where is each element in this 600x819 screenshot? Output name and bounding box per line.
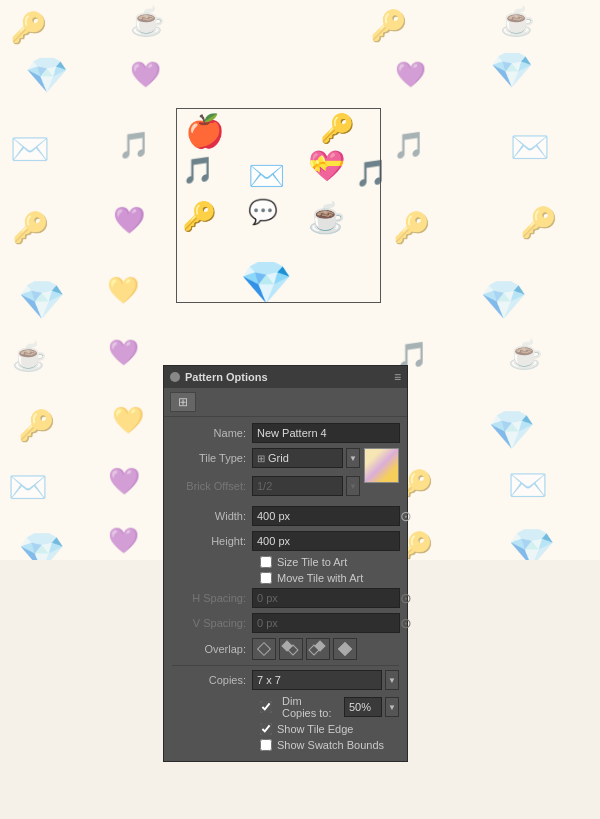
show-swatch-bounds-checkbox[interactable] (260, 739, 272, 751)
bg-icon: 💜 (108, 338, 139, 367)
dim-copies-label: Dim Copies to: (282, 695, 335, 719)
show-tile-edge-row: Show Tile Edge (172, 723, 399, 735)
tile-icon-apple: 🍎 (185, 112, 225, 150)
pattern-options-panel: Pattern Options ≡ ⊞ Name: Tile Type: ⊞ (163, 365, 408, 762)
height-row: Height: (172, 531, 399, 551)
tile-icon-cup: ☕ (308, 200, 345, 235)
tiletype-select-wrapper: ⊞ Grid ▼ (252, 448, 360, 468)
size-tile-row: Size Tile to Art (172, 556, 399, 568)
overlap-btn-4[interactable] (333, 638, 357, 660)
bg-icon: 💜 (395, 60, 426, 89)
bg-icon: 💎 (490, 50, 534, 91)
bg-icon: 💎 (18, 278, 65, 322)
tiletype-label: Tile Type: (172, 452, 252, 464)
tiletype-row: Tile Type: ⊞ Grid ▼ Brick Offset: 1/2 (172, 448, 399, 501)
hspacing-label: H Spacing: (172, 592, 252, 604)
bg-icon: ✉️ (508, 466, 548, 504)
bg-icon: ☕ (12, 340, 47, 373)
size-tile-checkbox[interactable] (260, 556, 272, 568)
name-label: Name: (172, 427, 252, 439)
bg-icon: 💜 (130, 60, 161, 89)
tile-icon-heart-wings: 💝 (308, 148, 345, 183)
tiletype-controls: Tile Type: ⊞ Grid ▼ Brick Offset: 1/2 (172, 448, 360, 501)
tile-icon-speech: 💬 (248, 198, 278, 226)
vspacing-input[interactable] (252, 613, 400, 633)
hspacing-adjust-icon: ⊙ (400, 590, 412, 606)
overlap-buttons-group (252, 638, 399, 660)
panel-menu-icon[interactable]: ≡ (394, 370, 401, 384)
bg-icon: ☕ (500, 5, 535, 38)
copies-value: 7 x 7 (257, 674, 281, 686)
tile-icon-key2: 🔑 (182, 200, 217, 233)
overlap-btn-1[interactable] (252, 638, 276, 660)
dim-copies-row: Dim Copies to: 50% ▼ (172, 695, 399, 719)
link-icon: ⊙ (400, 508, 412, 524)
dim-copies-value: 50% (349, 701, 371, 713)
panel-toolbar: ⊞ (164, 388, 407, 417)
overlap-btn-3[interactable] (306, 638, 330, 660)
copies-row: Copies: 7 x 7 ▼ (172, 670, 399, 690)
panel-titlebar: Pattern Options ≡ (164, 366, 407, 388)
panel-close-button[interactable] (170, 372, 180, 382)
copies-dropdown-arrow[interactable]: ▼ (385, 670, 399, 690)
bg-icon: ✉️ (510, 128, 550, 166)
tile-icon-note2: 🎵 (355, 158, 387, 189)
move-tile-checkbox[interactable] (260, 572, 272, 584)
width-input[interactable] (252, 506, 400, 526)
tiletype-display: ⊞ Grid (252, 448, 343, 468)
height-label: Height: (172, 535, 252, 547)
fit-icon: ⊞ (178, 395, 188, 409)
overlap-diamond-4 (338, 642, 352, 656)
dim-copies-checkbox[interactable] (260, 701, 272, 713)
vspacing-row: V Spacing: ⊙ (172, 613, 399, 633)
tiletype-dropdown-arrow[interactable]: ▼ (346, 448, 360, 468)
bg-icon: 💛 (112, 405, 144, 436)
bg-icon: 🔑 (10, 10, 47, 45)
brickoffset-display: 1/2 (252, 476, 343, 496)
hspacing-input[interactable] (252, 588, 400, 608)
bg-icon: 🔑 (12, 210, 49, 245)
bg-icon: 💜 (108, 526, 139, 555)
move-tile-label: Move Tile with Art (277, 572, 363, 584)
bg-icon: 💜 (113, 205, 145, 236)
titlebar-left: Pattern Options (170, 371, 268, 383)
overlap-icon-2 (283, 642, 299, 656)
overlap-row: Overlap: (172, 638, 399, 660)
show-tile-edge-label: Show Tile Edge (277, 723, 353, 735)
bg-icon: 🎵 (393, 130, 425, 161)
divider-1 (172, 665, 399, 666)
tile-icon-note: 🎵 (182, 155, 214, 186)
height-input[interactable] (252, 531, 400, 551)
brickoffset-label: Brick Offset: (172, 480, 252, 492)
bg-icon: 💎 (508, 526, 555, 560)
bg-icon: ☕ (508, 338, 543, 371)
brickoffset-dropdown-arrow[interactable]: ▼ (346, 476, 360, 496)
brickoffset-value: 1/2 (257, 480, 272, 492)
bg-icon: ✉️ (8, 468, 48, 506)
fit-to-window-button[interactable]: ⊞ (170, 392, 196, 412)
size-tile-label: Size Tile to Art (277, 556, 347, 568)
tile-icon-key: 🔑 (320, 112, 355, 145)
tiletype-value: Grid (268, 452, 289, 464)
tile-icon-diamond: 💎 (240, 258, 292, 307)
show-tile-edge-checkbox[interactable] (260, 723, 272, 735)
dim-copies-dropdown-arrow[interactable]: ▼ (385, 697, 399, 717)
overlap-icon-3 (310, 642, 326, 656)
show-swatch-bounds-row: Show Swatch Bounds (172, 739, 399, 751)
name-input[interactable] (252, 423, 400, 443)
show-swatch-bounds-label: Show Swatch Bounds (277, 739, 384, 751)
tiletype-select-row: Tile Type: ⊞ Grid ▼ (172, 448, 360, 468)
overlap-btn-2[interactable] (279, 638, 303, 660)
bg-icon: 🎵 (118, 130, 150, 161)
bg-icon: 🔑 (18, 408, 55, 443)
brickoffset-select-wrapper: 1/2 ▼ (252, 476, 360, 496)
bg-icon: 💎 (18, 530, 65, 560)
copies-select-wrapper: 7 x 7 ▼ (252, 670, 399, 690)
move-tile-row: Move Tile with Art (172, 572, 399, 584)
overlap-diamond-1 (257, 642, 271, 656)
name-row: Name: (172, 423, 399, 443)
width-row: Width: ⊙ (172, 506, 399, 526)
hspacing-row: H Spacing: ⊙ (172, 588, 399, 608)
bg-icon: ☕ (130, 5, 165, 38)
grid-icon: ⊞ (257, 453, 265, 464)
